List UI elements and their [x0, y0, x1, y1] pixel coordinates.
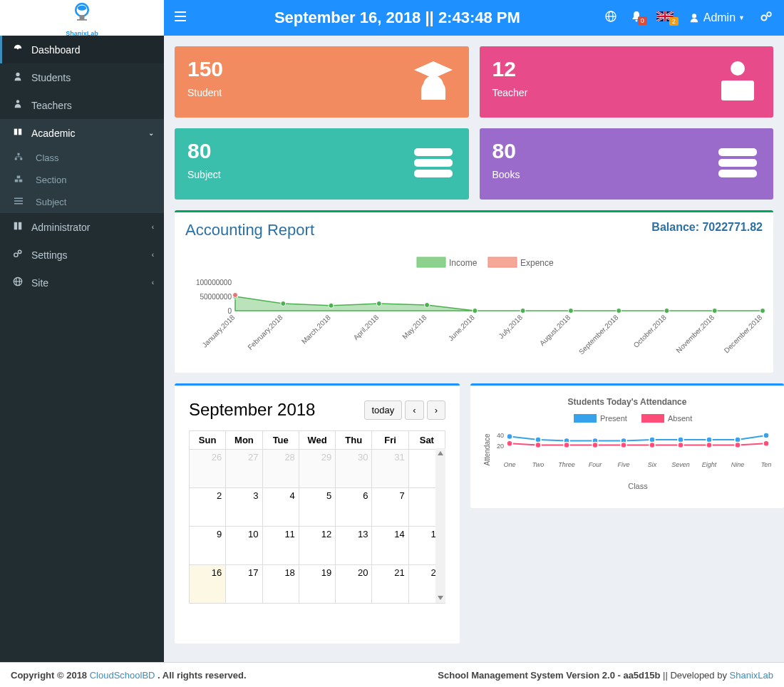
sidebar-item-academic[interactable]: Academic ⌄ [0, 119, 164, 147]
calendar-cell[interactable]: 3 [226, 488, 262, 527]
svg-point-15 [17, 48, 19, 50]
svg-point-61 [617, 309, 621, 314]
globe-icon[interactable] [598, 11, 624, 25]
calendar-cell[interactable]: 30 [336, 450, 372, 488]
sidebar-item-site[interactable]: Site ‹ [0, 269, 164, 296]
svg-text:August,2018: August,2018 [538, 313, 572, 347]
svg-rect-39 [726, 84, 750, 88]
next-month-button[interactable]: › [427, 401, 445, 420]
svg-text:Absent: Absent [668, 414, 692, 423]
calendar-cell[interactable]: 13 [336, 527, 372, 565]
svg-rect-19 [19, 129, 21, 135]
prev-month-button[interactable]: ‹ [405, 401, 423, 420]
sidebar-subitem-subject[interactable]: Subject [0, 191, 164, 213]
svg-point-98 [564, 443, 569, 448]
calendar-cell[interactable]: 28 [262, 450, 299, 488]
calendar-cell[interactable]: 5 [299, 488, 335, 527]
svg-rect-27 [14, 200, 23, 202]
svg-rect-25 [19, 180, 23, 182]
sidebar-item-label: Teachers [31, 100, 72, 111]
svg-point-102 [678, 443, 684, 448]
admin-icon [10, 221, 26, 233]
calendar-cell[interactable]: 27 [226, 450, 262, 488]
calendar-cell[interactable]: 12 [299, 527, 335, 565]
sidebar-item-students[interactable]: Students [0, 63, 164, 91]
calendar-cell[interactable]: 14 [372, 527, 408, 565]
chevron-down-icon: ⌄ [148, 129, 154, 137]
calendar-cell[interactable]: 7 [372, 488, 408, 527]
svg-text:Class: Class [628, 482, 648, 490]
stat-card-books[interactable]: 80 Books [480, 128, 774, 200]
svg-rect-81 [641, 414, 664, 423]
sidebar-item-dashboard[interactable]: Dashboard [0, 36, 164, 63]
calendar-cell[interactable]: 18 [262, 565, 299, 604]
gears-icon[interactable] [753, 11, 784, 25]
today-button[interactable]: today [364, 401, 403, 420]
svg-text:Income: Income [449, 258, 478, 268]
header-date: September 16, 2018 || 2:43:48 PM [197, 9, 598, 27]
academic-icon [10, 127, 26, 139]
sidebar-subitem-section[interactable]: Section [0, 169, 164, 191]
calendar-cell[interactable]: 2 [190, 488, 226, 527]
calendar-cell[interactable]: 17 [226, 565, 262, 604]
sidebar-item-label: Dashboard [31, 44, 81, 56]
sidebar-subitem-class[interactable]: Class [0, 147, 164, 169]
footer-copyright: Copyright © 2018 [11, 670, 90, 681]
svg-rect-21 [15, 158, 17, 160]
bell-icon[interactable]: 0 [624, 11, 649, 25]
svg-rect-79 [574, 414, 597, 423]
footer-brand-link[interactable]: CloudSchoolBD [90, 670, 158, 681]
stat-card-student[interactable]: 150 Student [175, 46, 469, 118]
calendar-cell[interactable]: 6 [336, 488, 372, 527]
logo[interactable]: ShanixLab [0, 0, 164, 36]
svg-text:July,2018: July,2018 [497, 313, 525, 340]
calendar-cell[interactable]: 31 [372, 450, 408, 488]
calendar-cell[interactable]: 10 [226, 527, 262, 565]
svg-rect-46 [417, 257, 445, 267]
calendar-cell[interactable]: 11 [262, 527, 299, 565]
sidebar-item-label: Site [31, 277, 48, 289]
menu-toggle-icon[interactable] [164, 11, 197, 24]
svg-point-14 [767, 12, 771, 16]
calendar-cell[interactable]: 21 [372, 565, 408, 604]
svg-rect-23 [17, 176, 21, 179]
footer-dev-link[interactable]: ShanixLab [730, 670, 773, 681]
calendar-cell[interactable]: 19 [299, 565, 335, 604]
globe-icon [10, 277, 26, 289]
svg-text:February,2018: February,2018 [246, 313, 284, 351]
svg-text:January,2018: January,2018 [200, 313, 236, 348]
calendar-cell[interactable]: 20 [336, 565, 372, 604]
sidebar-item-teachers[interactable]: Teachers [0, 91, 164, 119]
calendar-cell[interactable]: 9 [190, 527, 226, 565]
svg-point-104 [735, 443, 741, 448]
svg-point-101 [649, 443, 655, 448]
calendar-cell[interactable]: 26 [190, 450, 226, 488]
accounting-balance: Balance: 7022771.82 [651, 221, 763, 239]
svg-text:Seven: Seven [671, 461, 690, 468]
svg-point-10 [635, 20, 637, 22]
calendar-panel: September 2018 today ‹ › SunMonTueWedThu… [175, 383, 460, 644]
svg-point-99 [592, 443, 598, 448]
accounting-title: Accounting Report [185, 221, 314, 239]
stat-card-subject[interactable]: 80 Subject [175, 128, 469, 200]
svg-point-86 [507, 434, 512, 440]
svg-rect-41 [414, 159, 453, 167]
user-menu[interactable]: Admin ▼ [681, 11, 753, 24]
sidebar-item-label: Administrator [31, 222, 90, 233]
scrollbar[interactable] [435, 448, 445, 603]
sidebar-item-settings[interactable]: Settings ‹ [0, 241, 164, 269]
footer-rights: . All rights reserved. [158, 670, 247, 681]
calendar-cell[interactable]: 16 [190, 565, 226, 604]
svg-text:November,2018: November,2018 [674, 313, 716, 354]
svg-text:May,2018: May,2018 [401, 313, 428, 341]
calendar-cell[interactable]: 4 [262, 488, 299, 527]
svg-point-37 [731, 61, 745, 76]
flag-icon[interactable]: 2 [649, 11, 681, 24]
calendar-day-header: Tue [262, 431, 299, 450]
sidebar-item-administrator[interactable]: Administrator ‹ [0, 213, 164, 241]
teacher-icon [713, 56, 763, 108]
svg-text:December,2018: December,2018 [723, 313, 764, 354]
stat-card-teacher[interactable]: 12 Teacher [480, 46, 774, 118]
calendar-cell[interactable]: 29 [299, 450, 335, 488]
svg-text:March,2018: March,2018 [300, 313, 332, 345]
